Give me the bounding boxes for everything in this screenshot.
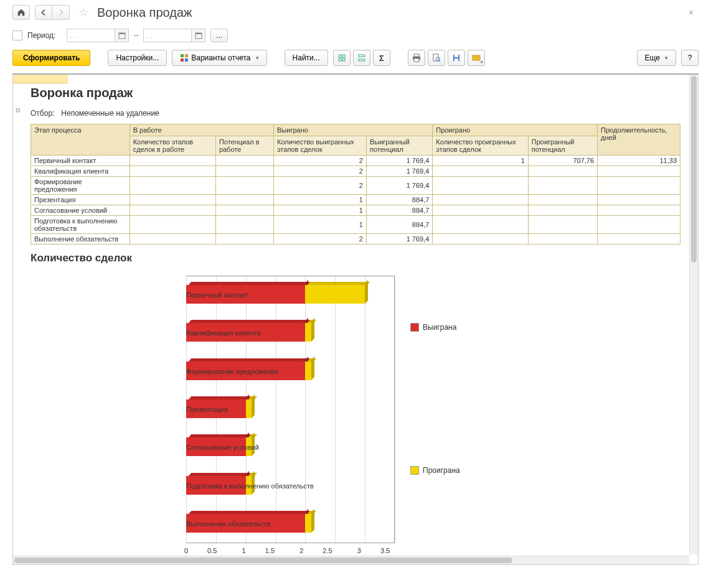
table-row[interactable]: Презентация1884,7 (31, 195, 680, 205)
svg-rect-22 (454, 58, 458, 61)
expand-groups-button[interactable] (333, 50, 351, 66)
date-to-picker[interactable] (192, 29, 205, 42)
collapse-icon[interactable]: ⊟ (16, 107, 21, 113)
th-lost-count: Количество проигранных этапов сделок (433, 136, 528, 156)
header: ☆ Воронка продаж × (0, 0, 711, 25)
table-cell: 2 (274, 166, 367, 177)
bar-lost[interactable] (305, 362, 311, 380)
table-cell (433, 195, 528, 205)
period-dash: – (134, 31, 138, 40)
table-cell (129, 234, 215, 245)
table-cell (215, 216, 273, 234)
sum-button[interactable]: Σ (373, 50, 390, 66)
period-checkbox[interactable] (12, 30, 22, 40)
form-button[interactable]: Сформировать (12, 50, 90, 66)
bar-lost[interactable] (305, 285, 365, 304)
settings-button[interactable]: Настройки... (108, 50, 167, 66)
period-dots-button[interactable]: ... (210, 29, 228, 42)
filter-label: Отбор: (31, 109, 59, 118)
x-tick: 1.5 (265, 547, 275, 554)
preview-button[interactable] (428, 50, 445, 66)
svg-rect-1 (119, 33, 125, 34)
table-row[interactable]: Квалификация клиента21 769,4 (31, 166, 680, 177)
table-cell: Выполнение обязательств (31, 234, 130, 245)
date-to-input[interactable]: . . (143, 29, 192, 42)
period-label: Период: (27, 31, 55, 40)
scrollbar-vertical[interactable] (689, 75, 698, 554)
table-cell (433, 216, 528, 234)
x-tick: 2 (299, 547, 303, 554)
x-axis: 00.511.522.533.5 (186, 547, 395, 554)
table-row[interactable]: Первичный контакт21 769,41707,7611,33 (31, 156, 680, 166)
favorite-icon[interactable]: ☆ (78, 6, 88, 19)
table-cell (129, 156, 215, 166)
toolbar: Сформировать Настройки... Варианты отчет… (0, 46, 711, 70)
table-cell: 1 (274, 205, 367, 216)
back-button[interactable] (35, 5, 52, 20)
svg-rect-11 (342, 58, 345, 61)
table-cell (598, 234, 680, 245)
home-button[interactable] (12, 5, 30, 20)
table-row[interactable]: Формирование предложения21 769,4 (31, 177, 680, 195)
table-row[interactable]: Выполнение обязательств21 769,4 (31, 234, 680, 245)
th-inwork-pot: Потенциал в работе (215, 136, 273, 156)
table-cell: 884,7 (366, 205, 432, 216)
help-button[interactable]: ? (681, 50, 699, 66)
table-cell: 11,33 (598, 156, 680, 166)
table-cell (215, 177, 273, 195)
table-row[interactable]: Согласование условий1884,7 (31, 205, 680, 216)
table-cell (433, 205, 528, 216)
th-won: Выиграно (274, 124, 433, 136)
table-cell (598, 177, 680, 195)
table-cell: 1 (274, 195, 367, 205)
scrollbar-horizontal[interactable] (13, 556, 689, 564)
save-button[interactable] (448, 50, 465, 66)
th-lost: Проиграно (433, 124, 598, 136)
report-tab (13, 75, 68, 83)
legend-won: Выиграна (410, 323, 456, 332)
page-title: Воронка продаж (97, 6, 192, 20)
date-from-picker[interactable] (115, 29, 129, 42)
find-button[interactable]: Найти... (285, 50, 328, 66)
table-cell (215, 234, 273, 245)
filter-value: Непомеченные на удаление (61, 109, 159, 118)
collapse-groups-button[interactable] (353, 50, 370, 66)
th-won-pot: Выигранный потенциал (366, 136, 432, 156)
print-button[interactable] (408, 50, 425, 66)
table-cell (433, 166, 528, 177)
table-cell: 1 769,4 (366, 166, 432, 177)
svg-rect-12 (359, 55, 365, 57)
svg-rect-7 (185, 58, 188, 62)
bar-lost[interactable] (246, 399, 252, 418)
table-cell: 2 (274, 234, 367, 245)
table-cell (528, 205, 597, 216)
table-cell (528, 234, 597, 245)
table-cell: Формирование предложения (31, 177, 130, 195)
table-cell: 1 769,4 (366, 156, 432, 166)
svg-rect-14 (414, 54, 419, 57)
svg-rect-6 (181, 58, 184, 62)
svg-rect-16 (414, 58, 419, 62)
report-area: ⊟ Воронка продаж Отбор: Непомеченные на … (12, 73, 699, 565)
legend-lost: Проиграна (410, 466, 460, 475)
variants-button[interactable]: Варианты отчета (172, 50, 266, 66)
th-lost-pot: Проигранный потенциал (528, 136, 597, 156)
table-cell: 707,76 (528, 156, 597, 166)
bar-lost[interactable] (305, 514, 311, 533)
email-button[interactable]: ▾ (468, 50, 485, 66)
table-row[interactable]: Подготовка к выполнению обязательств1884… (31, 216, 680, 234)
report-title: Воронка продаж (31, 86, 680, 100)
date-from-input[interactable]: . . (67, 29, 115, 42)
close-button[interactable]: × (684, 7, 699, 17)
x-tick: 2.5 (323, 547, 332, 554)
table-cell: Квалификация клиента (31, 166, 130, 177)
table-cell: 1 769,4 (366, 234, 432, 245)
svg-rect-4 (181, 54, 184, 57)
table-cell (215, 156, 273, 166)
forward-button[interactable] (52, 5, 70, 20)
table-cell: 1 (274, 216, 367, 234)
x-tick: 3 (357, 547, 361, 554)
bar-lost[interactable] (305, 323, 311, 342)
more-button[interactable]: Еще (637, 50, 676, 66)
table-cell (433, 177, 528, 195)
